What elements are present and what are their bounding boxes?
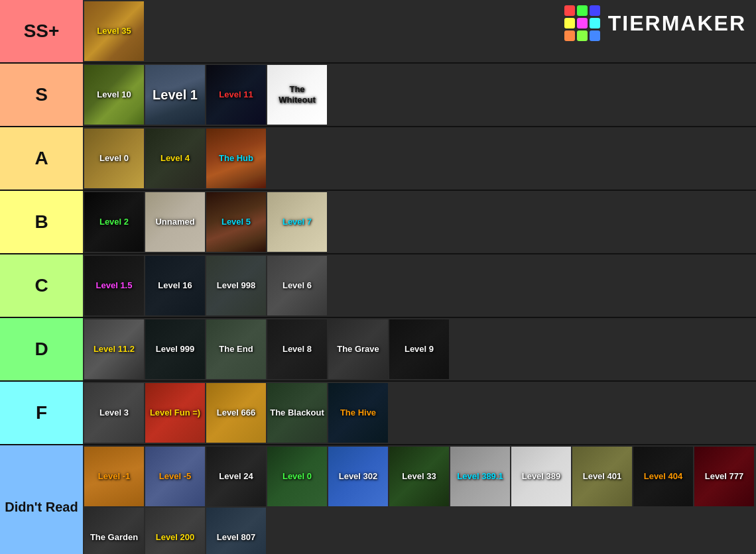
item-leveln1[interactable]: Level -1 — [84, 447, 144, 506]
item-level7[interactable]: Level 7 — [267, 192, 327, 252]
logo-tile — [564, 5, 575, 16]
item-label-level401: Level 401 — [580, 470, 625, 483]
item-label-level389: Level 389 — [519, 470, 564, 483]
item-label-level15: Level 1.5 — [94, 279, 135, 292]
item-label-end: The End — [216, 343, 255, 356]
item-label-level16: Level 16 — [155, 279, 194, 292]
item-level8[interactable]: Level 8 — [267, 319, 327, 379]
item-label-hive: The Hive — [338, 406, 379, 419]
item-level401[interactable]: Level 401 — [572, 447, 632, 506]
item-label-level666: Level 666 — [214, 406, 259, 419]
item-label-level3891: Level 389.1 — [454, 470, 505, 483]
item-level16[interactable]: Level 16 — [145, 256, 205, 315]
tier-label-a: A — [0, 127, 83, 190]
item-blackout[interactable]: The Blackout — [267, 383, 327, 443]
item-label-level999: Level 999 — [153, 343, 198, 356]
tier-items-d: Level 11.2Level 999The EndLevel 8The Gra… — [83, 318, 756, 380]
item-label-leveln5: Level -5 — [157, 470, 194, 483]
logo-tile — [564, 30, 575, 41]
logo-text: TiERMAKER — [608, 11, 746, 36]
item-level3[interactable]: Level 3 — [84, 383, 144, 443]
item-level0b[interactable]: Level 0 — [267, 447, 327, 506]
item-level999[interactable]: Level 999 — [145, 319, 205, 379]
item-level3891[interactable]: Level 389.1 — [450, 447, 510, 506]
item-level6[interactable]: Level 6 — [267, 256, 327, 315]
tier-row-dr: Didn't ReadLevel -1Level -5Level 24Level… — [0, 445, 756, 554]
item-end[interactable]: The End — [206, 319, 266, 379]
tier-items-c: Level 1.5Level 16Level 998Level 6 — [83, 254, 756, 317]
item-level998[interactable]: Level 998 — [206, 256, 266, 315]
item-level4[interactable]: Level 4 — [145, 129, 205, 188]
item-label-level302: Level 302 — [336, 470, 381, 483]
item-whiteout[interactable]: The Whiteout — [267, 65, 327, 125]
tier-label-b: B — [0, 191, 83, 253]
item-label-level3: Level 3 — [97, 406, 131, 419]
item-level807[interactable]: Level 807 — [206, 508, 266, 554]
item-level15[interactable]: Level 1.5 — [84, 256, 144, 315]
item-label-level404: Level 404 — [641, 470, 686, 483]
item-level777[interactable]: Level 777 — [694, 447, 754, 506]
item-grave[interactable]: The Grave — [328, 319, 388, 379]
tier-row-a: ALevel 0Level 4The Hub — [0, 127, 756, 191]
logo-tile — [577, 5, 588, 16]
item-level1[interactable]: Level 1 — [145, 65, 205, 125]
item-level24[interactable]: Level 24 — [206, 447, 266, 506]
item-level11[interactable]: Level 11 — [206, 65, 266, 125]
item-leveln5[interactable]: Level -5 — [145, 447, 205, 506]
tier-items-a: Level 0Level 4The Hub — [83, 127, 756, 190]
item-label-level6: Level 6 — [280, 279, 314, 292]
item-level302[interactable]: Level 302 — [328, 447, 388, 506]
item-hive[interactable]: The Hive — [328, 383, 388, 443]
item-level0[interactable]: Level 0 — [84, 129, 144, 188]
item-level404[interactable]: Level 404 — [633, 447, 693, 506]
item-label-garden: The Garden — [88, 531, 141, 544]
item-label-grave: The Grave — [334, 343, 382, 356]
item-level10[interactable]: Level 10 — [84, 65, 144, 125]
tiermaker-logo: TiERMAKER — [564, 5, 746, 41]
tier-row-s: SLevel 10Level 1Level 11The Whiteout — [0, 64, 756, 127]
item-label-leveln1: Level -1 — [95, 470, 133, 483]
logo-tile — [590, 5, 600, 16]
logo-tile — [577, 18, 588, 28]
tier-row-d: DLevel 11.2Level 999The EndLevel 8The Gr… — [0, 318, 756, 382]
item-label-level777: Level 777 — [702, 470, 747, 483]
item-level33[interactable]: Level 33 — [389, 447, 449, 506]
tier-label-f: F — [0, 382, 83, 444]
item-label-blackout: The Blackout — [267, 406, 327, 419]
item-level200[interactable]: Level 200 — [145, 508, 205, 554]
logo-tile — [564, 18, 575, 28]
item-label-level0b: Level 0 — [280, 470, 314, 483]
tier-label-c: C — [0, 254, 83, 317]
item-label-levelfun: Level Fun =) — [147, 406, 203, 419]
tier-label-ss: SS+ — [0, 0, 83, 62]
item-label-level1: Level 1 — [150, 85, 200, 104]
item-label-level24: Level 24 — [216, 470, 255, 483]
item-levelfun[interactable]: Level Fun =) — [145, 383, 205, 443]
item-label-level11: Level 11 — [216, 88, 255, 101]
item-label-level200: Level 200 — [153, 531, 198, 544]
item-level389[interactable]: Level 389 — [511, 447, 571, 506]
tier-list: SS+Level 35SLevel 10Level 1Level 11The W… — [0, 0, 756, 554]
item-level35[interactable]: Level 35 — [84, 1, 144, 61]
item-level666[interactable]: Level 666 — [206, 383, 266, 443]
item-level9[interactable]: Level 9 — [389, 319, 449, 379]
item-label-level4: Level 4 — [158, 152, 192, 165]
item-level5[interactable]: Level 5 — [206, 192, 266, 252]
item-label-level807: Level 807 — [214, 531, 259, 544]
item-label-level7: Level 7 — [280, 215, 314, 229]
item-label-level33: Level 33 — [399, 470, 438, 483]
item-unnamed[interactable]: Unnamed — [145, 192, 205, 252]
item-label-whiteout: The Whiteout — [267, 83, 327, 106]
page-wrapper: TiERMAKER SS+Level 35SLevel 10Level 1Lev… — [0, 0, 756, 554]
tier-label-s: S — [0, 64, 83, 126]
item-level2[interactable]: Level 2 — [84, 192, 144, 252]
item-level112[interactable]: Level 11.2 — [84, 319, 144, 379]
item-garden[interactable]: The Garden — [84, 508, 144, 554]
tier-row-c: CLevel 1.5Level 16Level 998Level 6 — [0, 254, 756, 318]
logo-tile — [590, 18, 600, 28]
tier-items-b: Level 2UnnamedLevel 5Level 7 — [83, 191, 756, 253]
tier-label-d: D — [0, 318, 83, 380]
item-hub[interactable]: The Hub — [206, 129, 266, 188]
logo-tile — [577, 30, 588, 41]
tier-row-b: BLevel 2UnnamedLevel 5Level 7 — [0, 191, 756, 254]
